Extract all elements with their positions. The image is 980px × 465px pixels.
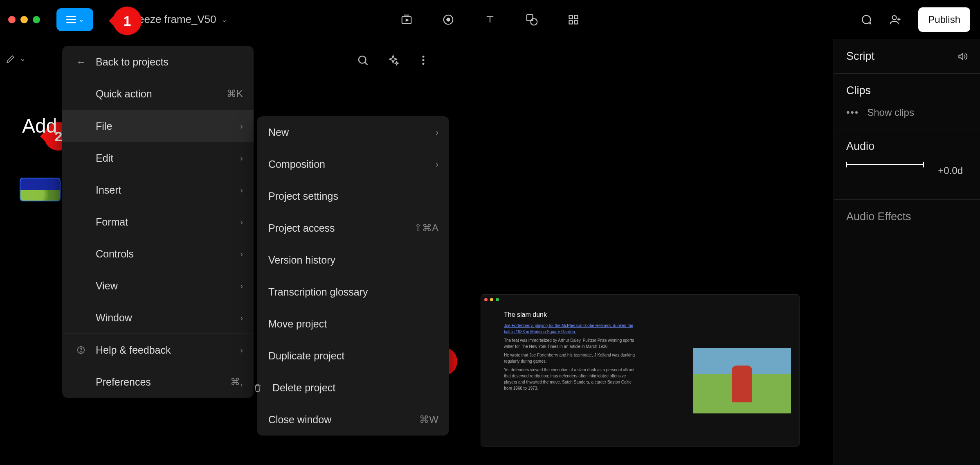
minimize-icon [490,298,493,301]
svg-point-10 [359,56,366,63]
topbar: ⌄ eeze frame_V50 ⌄ Publish [0,0,980,39]
submenu-project-access[interactable]: Project access ⇧⌘A [257,212,449,244]
svg-point-13 [423,63,425,65]
menu-window[interactable]: Window › [62,302,254,334]
chevron-right-icon: › [240,313,243,323]
sparkle-icon[interactable] [386,53,400,67]
chevron-right-icon: › [240,345,243,355]
svg-rect-5 [569,15,573,18]
menu-help-feedback[interactable]: Help & feedback › [62,334,254,366]
composition-thumbnail[interactable] [20,178,61,201]
preview-video-thumb [693,348,791,413]
center-toolbar [400,13,580,26]
chevron-down-icon: ⌄ [221,15,227,24]
menu-format[interactable]: Format › [62,206,254,238]
menu-shortcut: ⌘W [419,414,438,425]
chevron-right-icon: › [240,281,243,291]
project-title-text: eeze frame_V50 [138,13,216,26]
trash-icon [250,383,265,392]
svg-rect-6 [574,15,578,18]
comment-icon[interactable] [859,13,872,26]
menu-label: Delete project [272,382,335,394]
show-clips-button[interactable]: Show clips [867,107,914,118]
chevron-right-icon: › [240,185,243,195]
grid-icon[interactable] [567,13,580,26]
menu-preferences[interactable]: Preferences ⌘, [62,366,254,398]
submenu-new[interactable]: New › [257,116,449,148]
present-icon[interactable] [400,13,413,26]
menu-label: Controls [96,248,134,260]
chevron-down-icon: ⌄ [20,54,26,63]
window-controls [8,16,40,23]
submenu-move-project[interactable]: Move project [257,308,449,340]
submenu-composition[interactable]: Composition › [257,148,449,180]
close-icon [484,298,488,301]
audio-value: +0.0d [938,165,963,176]
more-vertical-icon[interactable] [416,53,430,67]
publish-button[interactable]: Publish [918,7,970,32]
chevron-right-icon: › [240,153,243,163]
svg-point-4 [530,18,537,25]
chevron-right-icon: › [240,217,243,227]
menu-insert[interactable]: Insert › [62,174,254,206]
menu-label: Close window [268,414,331,426]
project-title[interactable]: eeze frame_V50 ⌄ [138,13,227,26]
record-icon[interactable] [442,13,455,26]
menu-label: Back to projects [96,56,169,68]
shapes-icon[interactable] [525,13,538,26]
menu-quick-action[interactable]: Quick action ⌘K [62,78,254,110]
menu-label: File [96,120,112,132]
submenu-close-window[interactable]: Close window ⌘W [257,404,449,436]
submenu-delete-project[interactable]: Delete project [257,372,449,404]
menu-label: Preferences [96,376,151,388]
menu-label: Window [96,312,132,324]
menu-controls[interactable]: Controls › [62,238,254,270]
svg-point-2 [447,18,450,21]
menu-edit[interactable]: Edit › [62,142,254,174]
search-icon[interactable] [356,53,370,67]
menu-label: Duplicate project [268,350,344,362]
menu-label: Version history [268,254,335,266]
submenu-version-history[interactable]: Version history [257,244,449,276]
chevron-right-icon: › [436,128,438,137]
submenu-project-settings[interactable]: Project settings [257,180,449,212]
volume-icon[interactable] [957,51,968,62]
add-person-icon[interactable] [889,13,902,26]
submenu-duplicate-project[interactable]: Duplicate project [257,340,449,372]
audio-effects-section[interactable]: Audio Effects [834,200,980,234]
more-horizontal-icon[interactable]: ••• [846,107,859,118]
menu-label: Move project [268,318,327,330]
menu-label: Transcription glossary [268,286,368,298]
minimize-window-icon[interactable] [20,16,28,23]
preview-text: Joe Fortenberry, playing for the McPhers… [504,323,639,335]
edit-tool[interactable]: ⌄ [6,53,26,64]
chevron-down-icon: ⌄ [79,16,84,23]
hamburger-icon [66,16,76,23]
menu-label: Format [96,216,128,228]
svg-point-15 [81,352,81,352]
add-heading: Add [22,115,57,137]
menu-file[interactable]: File › [62,110,254,142]
svg-rect-7 [569,20,573,24]
fullscreen-window-icon[interactable] [33,16,40,23]
fullscreen-icon [496,298,499,301]
menu-label: Quick action [96,88,152,100]
text-icon[interactable] [483,13,497,26]
section-title: Audio Effects [846,210,911,223]
audio-slider[interactable] [846,164,924,165]
preview-window-controls [481,295,799,305]
chevron-right-icon: › [240,122,243,131]
preview-text: He wrote that Joe Fortenberry and his te… [504,352,639,364]
menu-label: View [96,280,118,292]
menu-back-to-projects[interactable]: ← Back to projects [62,46,254,78]
submenu-transcription-glossary[interactable]: Transcription glossary [257,276,449,308]
close-window-icon[interactable] [8,16,16,23]
section-title: Clips [846,84,871,97]
arrow-left-icon: ← [74,56,88,68]
script-section: Script [834,39,980,74]
preview-title: The slam dunk [504,311,791,318]
menu-view[interactable]: View › [62,270,254,302]
main-menu-button[interactable]: ⌄ [56,8,93,31]
panel-toolbar [356,53,430,67]
menu-shortcut: ⌘K [227,88,243,99]
